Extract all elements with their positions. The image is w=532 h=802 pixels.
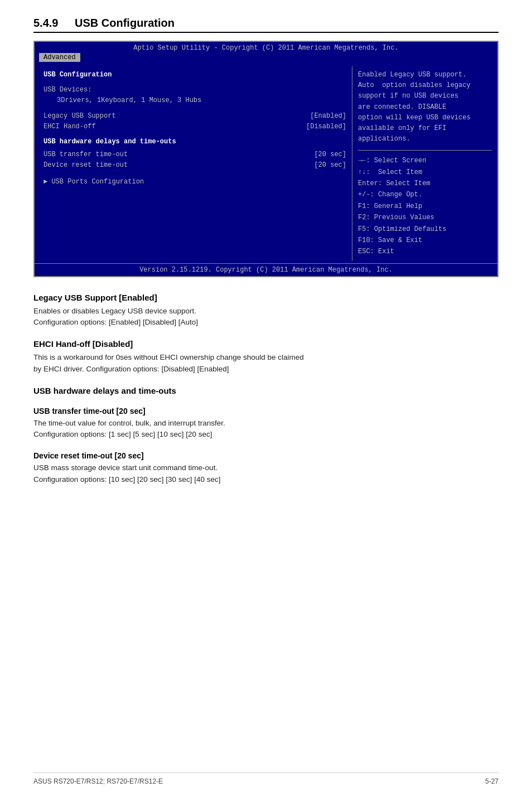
bios-help-text: Enabled Legacy USB support. Auto option … [358, 70, 492, 151]
bios-screen: Aptio Setup Utility - Copyright (C) 2011… [33, 41, 499, 277]
bios-device-reset-name: Device reset time-out [43, 160, 128, 171]
doc-body-device-reset: USB mass storage device start unit comma… [33, 462, 499, 485]
doc-section-transfer: USB transfer time-out [20 sec] The time-… [33, 407, 499, 441]
footer-left: ASUS RS720-E7/RS12; RS720-E7/RS12-E [33, 777, 163, 785]
key-esc: ESC: Exit [358, 246, 492, 257]
bios-footer: Version 2.15.1219. Copyright (C) 2011 Am… [35, 263, 497, 276]
bios-right-panel: Enabled Legacy USB support. Auto option … [352, 66, 497, 261]
key-select-screen: →←: Select Screen [358, 155, 492, 166]
doc-heading-hardware: USB hardware delays and time-outs [33, 386, 499, 395]
doc-body-ehci: This is a workaround for 0ses without EH… [33, 352, 499, 375]
key-change-opt: +/-: Change Opt. [358, 189, 492, 200]
doc-section-device-reset: Device reset time-out [20 sec] USB mass … [33, 451, 499, 485]
bios-body: USB Configuration USB Devices: 3Drivers,… [35, 64, 497, 263]
bios-item-legacy-usb-name: Legacy USB Support [43, 111, 116, 122]
key-enter: Enter: Select Item [358, 178, 492, 189]
key-f2: F2: Previous Values [358, 212, 492, 223]
page-footer: ASUS RS720-E7/RS12; RS720-E7/RS12-E 5-27 [33, 772, 499, 785]
doc-subheading-transfer: USB transfer time-out [20 sec] [33, 407, 499, 416]
doc-heading-legacy-usb: Legacy USB Support [Enabled] [33, 293, 499, 302]
doc-body-transfer: The time-out value for control, bulk, an… [33, 418, 499, 441]
key-f5: F5: Optimized Defaults [358, 224, 492, 235]
bios-item-transfer-timeout[interactable]: USB transfer time-out [20 sec] [43, 149, 346, 160]
section-heading: USB Configuration [75, 17, 175, 29]
bios-tab-bar: Advanced [35, 53, 497, 64]
doc-subheading-device-reset: Device reset time-out [20 sec] [33, 451, 499, 460]
bios-item-ehci[interactable]: EHCI Hand-off [Disabled] [43, 122, 346, 132]
bios-device-reset-value: [20 sec] [314, 160, 346, 171]
bios-header: Aptio Setup Utility - Copyright (C) 2011… [35, 42, 497, 53]
bios-tab-advanced[interactable]: Advanced [39, 53, 80, 62]
doc-heading-ehci: EHCI Hand-off [Disabled] [33, 339, 499, 349]
key-select-item: ↑↓: Select Item [358, 167, 492, 178]
doc-section-hardware: USB hardware delays and time-outs [33, 386, 499, 395]
bios-hardware-section: USB hardware delays and time-outs [43, 137, 346, 147]
doc-section-ehci: EHCI Hand-off [Disabled] This is a worka… [33, 339, 499, 375]
key-f1: F1: General Help [358, 201, 492, 212]
section-title: 5.4.9 USB Configuration [33, 17, 499, 33]
bios-submenu-ports[interactable]: ► USB Ports Configuration [43, 177, 346, 187]
bios-left-panel: USB Configuration USB Devices: 3Drivers,… [35, 66, 352, 261]
bios-devices-label: USB Devices: [43, 85, 346, 95]
bios-config-title: USB Configuration [43, 70, 346, 80]
bios-key-help: →←: Select Screen ↑↓: Select Item Enter:… [358, 155, 492, 258]
doc-body-legacy-usb: Enables or disables Legacy USB device su… [33, 306, 499, 328]
bios-transfer-name: USB transfer time-out [43, 149, 128, 160]
key-f10: F10: Save & Exit [358, 235, 492, 246]
bios-item-ehci-name: EHCI Hand-off [43, 122, 96, 132]
bios-devices-value: 3Drivers, 1Keyboard, 1 Mouse, 3 Hubs [43, 95, 346, 106]
doc-section-legacy-usb: Legacy USB Support [Enabled] Enables or … [33, 293, 499, 328]
section-number: 5.4.9 [33, 17, 58, 29]
bios-item-ehci-value: [Disabled] [306, 122, 346, 132]
bios-transfer-value: [20 sec] [314, 149, 346, 160]
bios-item-legacy-usb[interactable]: Legacy USB Support [Enabled] [43, 111, 346, 122]
bios-item-device-reset[interactable]: Device reset time-out [20 sec] [43, 160, 346, 171]
footer-right: 5-27 [485, 777, 499, 785]
bios-item-legacy-usb-value: [Enabled] [310, 111, 346, 122]
